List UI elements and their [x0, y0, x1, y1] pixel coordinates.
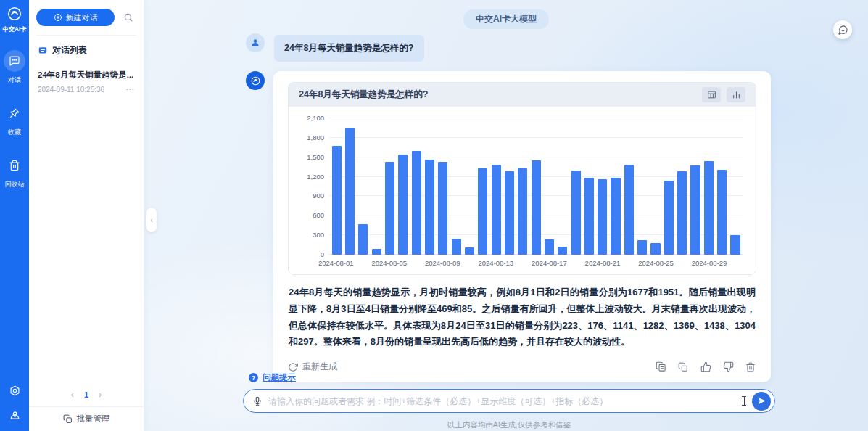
bar — [452, 239, 461, 255]
assistant-response-card: 24年8月每天销量趋势是怎样的? — [273, 71, 771, 382]
rail-item-recycle[interactable]: 回收站 — [4, 155, 25, 189]
message-input-container — [243, 389, 775, 413]
x-tick-label: 2024-08-25 — [638, 259, 674, 267]
chart-plot-area: 03006009001,2001,5001,8002,100 — [329, 118, 743, 255]
y-tick-label: 1,200 — [307, 173, 324, 181]
bar — [372, 249, 381, 255]
x-tick-label: 2024-08-21 — [585, 259, 621, 267]
bar — [465, 247, 474, 255]
bar — [345, 128, 355, 255]
bar — [425, 160, 434, 255]
text-cursor — [744, 396, 745, 406]
chart-card-title: 24年8月每天销量趋势是怎样的? — [299, 89, 696, 101]
y-tick-label: 1,800 — [307, 134, 324, 141]
question-circle-icon: ? — [249, 373, 258, 382]
x-tick-label: 2024-08-05 — [371, 259, 407, 267]
composer: ? 问题提示 以上内容均由AI生成,仅供参考和借鉴 — [243, 372, 775, 430]
collapse-sidebar-handle[interactable]: ‹ — [146, 208, 157, 232]
new-chat-label: 新建对话 — [66, 12, 98, 23]
question-hints-link[interactable]: 问题提示 — [263, 372, 296, 383]
bar — [717, 170, 727, 255]
user-message-bubble: 24年8月每天销量趋势是怎样的? — [274, 35, 424, 62]
bar — [611, 178, 620, 255]
y-tick-label: 600 — [313, 211, 324, 219]
copy-button[interactable] — [677, 361, 689, 373]
person-icon — [250, 38, 260, 48]
bar — [690, 165, 700, 255]
bar — [598, 179, 607, 255]
brand: 中交AI卡 — [1, 6, 28, 34]
bar — [505, 171, 514, 255]
next-page-button[interactable]: › — [99, 390, 102, 399]
bar-chart-icon — [732, 90, 741, 99]
rail-item-favorites[interactable]: 收藏 — [4, 102, 25, 137]
copy-document-icon — [656, 361, 666, 372]
main-area: ‹ 中交AI卡大模型 24年8月每天销量趋势是怎样的? — [144, 0, 868, 431]
y-tick-label: 1,500 — [307, 153, 324, 161]
bar — [518, 168, 527, 255]
thumbs-down-button[interactable] — [722, 361, 734, 373]
conversation-item[interactable]: 24年8月每天销量趋势是... 2024-09-11 10:25:36 ⋯ — [29, 62, 144, 100]
delete-button[interactable] — [745, 361, 756, 373]
new-chat-button[interactable]: 新建对话 — [36, 9, 115, 26]
chat-list-icon — [38, 46, 48, 56]
copy-with-format-button[interactable] — [655, 361, 666, 373]
conversation-panel: 新建对话 对话列表 24年8月每天销量趋势是... 2024-09-11 10:… — [29, 0, 144, 431]
user-avatar — [246, 33, 265, 52]
ai-disclaimer: 以上内容均由AI生成,仅供参考和借鉴 — [243, 420, 775, 430]
bar — [332, 146, 342, 255]
trash-icon — [4, 155, 25, 176]
settings-icon[interactable] — [9, 385, 21, 397]
page-number[interactable]: 1 — [84, 390, 88, 399]
bar — [438, 162, 447, 255]
chat-icon — [4, 50, 25, 72]
thumbs-up-button[interactable] — [700, 361, 711, 373]
table-icon — [707, 90, 716, 99]
regenerate-button[interactable]: 重新生成 — [288, 361, 337, 373]
table-view-button[interactable] — [702, 87, 721, 102]
answer-text: 24年8月每天的销量趋势显示，月初时销量较高，例如8月1日和2日的销量分别为16… — [289, 284, 756, 350]
batch-manage-button[interactable]: 批量管理 — [29, 406, 144, 431]
batch-manage-label: 批量管理 — [77, 414, 110, 424]
message-input[interactable] — [268, 396, 868, 406]
app-window: 中交AI卡 对话 收藏 — [0, 0, 868, 431]
account-icon[interactable] — [9, 409, 21, 421]
chat-thread: 24年8月每天销量趋势是怎样的? 24年8月每天销量趋势是怎样的? — [246, 33, 771, 382]
thumbs-up-icon — [700, 361, 711, 372]
bar — [385, 162, 394, 255]
rail-item-chat[interactable]: 对话 — [4, 50, 25, 85]
thumbs-down-icon — [723, 361, 734, 372]
microphone-icon[interactable] — [252, 396, 263, 406]
brand-name: 中交AI卡 — [2, 25, 26, 34]
bar — [664, 181, 674, 255]
x-tick-label: 2024-08-29 — [692, 259, 727, 267]
bar — [637, 240, 647, 255]
conversation-list-header: 对话列表 — [29, 36, 144, 62]
chart-x-axis: 2024-08-012024-08-052024-08-092024-08-13… — [329, 258, 743, 268]
bar — [704, 161, 714, 255]
rail-item-label: 回收站 — [5, 180, 25, 189]
more-options-button[interactable]: ⋯ — [125, 84, 135, 94]
bar-chart: 03006009001,2001,5001,8002,100 2024-08-0… — [289, 107, 756, 274]
x-tick-label: 2024-08-09 — [425, 259, 460, 267]
bar — [730, 235, 740, 255]
x-tick-label: 2024-08-17 — [532, 259, 567, 267]
feedback-float-button[interactable] — [833, 20, 852, 39]
y-tick-label: 300 — [313, 231, 324, 239]
rail-item-label: 收藏 — [8, 128, 21, 137]
chart-view-button[interactable] — [727, 87, 745, 102]
send-button[interactable] — [752, 392, 771, 411]
bar — [677, 171, 687, 255]
x-tick-label: 2024-08-13 — [479, 259, 514, 267]
model-badge: 中交AI卡大模型 — [463, 9, 549, 29]
bar — [558, 247, 567, 255]
bar — [492, 165, 501, 255]
search-button[interactable] — [120, 9, 136, 25]
bar — [478, 168, 487, 255]
bar — [412, 151, 421, 255]
conversation-list-title: 对话列表 — [52, 44, 87, 57]
rail-item-label: 对话 — [8, 75, 21, 85]
assistant-logo-icon — [250, 75, 261, 86]
refresh-icon — [288, 362, 298, 372]
prev-page-button[interactable]: ‹ — [71, 390, 74, 399]
